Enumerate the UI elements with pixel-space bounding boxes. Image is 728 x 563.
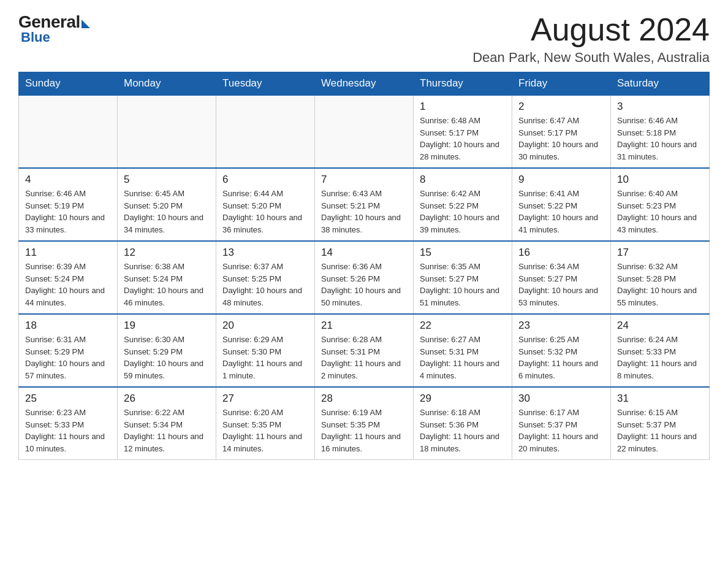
- day-number: 8: [420, 174, 506, 186]
- day-info: Sunrise: 6:20 AMSunset: 5:35 PMDaylight:…: [222, 407, 308, 454]
- day-info: Sunrise: 6:17 AMSunset: 5:37 PMDaylight:…: [518, 407, 604, 454]
- day-number: 12: [124, 247, 210, 259]
- day-number: 10: [617, 174, 703, 186]
- calendar-cell: 28Sunrise: 6:19 AMSunset: 5:35 PMDayligh…: [315, 387, 414, 460]
- day-info: Sunrise: 6:31 AMSunset: 5:29 PMDaylight:…: [25, 334, 111, 381]
- calendar-cell: 6Sunrise: 6:44 AMSunset: 5:20 PMDaylight…: [216, 168, 315, 241]
- calendar-cell: 27Sunrise: 6:20 AMSunset: 5:35 PMDayligh…: [216, 387, 315, 460]
- calendar-cell: 14Sunrise: 6:36 AMSunset: 5:26 PMDayligh…: [315, 241, 414, 314]
- calendar-cell: 18Sunrise: 6:31 AMSunset: 5:29 PMDayligh…: [19, 314, 118, 387]
- day-info: Sunrise: 6:22 AMSunset: 5:34 PMDaylight:…: [124, 407, 210, 454]
- calendar-cell: 3Sunrise: 6:46 AMSunset: 5:18 PMDaylight…: [611, 95, 710, 168]
- calendar-week-row-5: 25Sunrise: 6:23 AMSunset: 5:33 PMDayligh…: [19, 387, 710, 460]
- logo: General Blue: [18, 12, 90, 45]
- calendar-week-row-4: 18Sunrise: 6:31 AMSunset: 5:29 PMDayligh…: [19, 314, 710, 387]
- day-number: 26: [124, 393, 210, 405]
- calendar-cell: 22Sunrise: 6:27 AMSunset: 5:31 PMDayligh…: [414, 314, 512, 387]
- day-number: 17: [617, 247, 703, 259]
- calendar-cell: 13Sunrise: 6:37 AMSunset: 5:25 PMDayligh…: [216, 241, 315, 314]
- calendar-cell: 8Sunrise: 6:42 AMSunset: 5:22 PMDaylight…: [414, 168, 512, 241]
- day-info: Sunrise: 6:29 AMSunset: 5:30 PMDaylight:…: [222, 334, 308, 381]
- day-info: Sunrise: 6:18 AMSunset: 5:36 PMDaylight:…: [420, 407, 506, 454]
- calendar-cell: [118, 95, 216, 168]
- day-number: 23: [518, 320, 604, 332]
- calendar-cell: 15Sunrise: 6:35 AMSunset: 5:27 PMDayligh…: [414, 241, 512, 314]
- day-info: Sunrise: 6:46 AMSunset: 5:19 PMDaylight:…: [25, 188, 111, 236]
- day-number: 13: [222, 247, 308, 259]
- calendar-header-tuesday: Tuesday: [216, 72, 315, 96]
- calendar-cell: 17Sunrise: 6:32 AMSunset: 5:28 PMDayligh…: [611, 241, 710, 314]
- calendar-cell: 25Sunrise: 6:23 AMSunset: 5:33 PMDayligh…: [19, 387, 118, 460]
- day-info: Sunrise: 6:47 AMSunset: 5:17 PMDaylight:…: [518, 115, 604, 163]
- calendar-cell: 31Sunrise: 6:15 AMSunset: 5:37 PMDayligh…: [611, 387, 710, 460]
- calendar-header-friday: Friday: [512, 72, 611, 96]
- day-number: 31: [617, 393, 703, 405]
- day-number: 7: [321, 174, 407, 186]
- calendar-cell: 1Sunrise: 6:48 AMSunset: 5:17 PMDaylight…: [414, 95, 512, 168]
- calendar-week-row-2: 4Sunrise: 6:46 AMSunset: 5:19 PMDaylight…: [19, 168, 710, 241]
- day-info: Sunrise: 6:35 AMSunset: 5:27 PMDaylight:…: [420, 261, 506, 308]
- day-info: Sunrise: 6:48 AMSunset: 5:17 PMDaylight:…: [420, 115, 506, 163]
- calendar-cell: 9Sunrise: 6:41 AMSunset: 5:22 PMDaylight…: [512, 168, 611, 241]
- day-info: Sunrise: 6:36 AMSunset: 5:26 PMDaylight:…: [321, 261, 407, 308]
- calendar-header-row: SundayMondayTuesdayWednesdayThursdayFrid…: [19, 72, 710, 96]
- month-title: August 2024: [472, 12, 710, 47]
- day-number: 22: [420, 320, 506, 332]
- day-number: 15: [420, 247, 506, 259]
- day-info: Sunrise: 6:23 AMSunset: 5:33 PMDaylight:…: [25, 407, 111, 454]
- calendar-cell: 20Sunrise: 6:29 AMSunset: 5:30 PMDayligh…: [216, 314, 315, 387]
- day-number: 21: [321, 320, 407, 332]
- calendar-cell: 11Sunrise: 6:39 AMSunset: 5:24 PMDayligh…: [19, 241, 118, 314]
- day-info: Sunrise: 6:42 AMSunset: 5:22 PMDaylight:…: [420, 188, 506, 236]
- day-info: Sunrise: 6:27 AMSunset: 5:31 PMDaylight:…: [420, 334, 506, 381]
- day-number: 18: [25, 320, 111, 332]
- day-number: 14: [321, 247, 407, 259]
- day-number: 5: [124, 174, 210, 186]
- calendar-header-sunday: Sunday: [19, 72, 118, 96]
- calendar-cell: 24Sunrise: 6:24 AMSunset: 5:33 PMDayligh…: [611, 314, 710, 387]
- calendar-cell: 12Sunrise: 6:38 AMSunset: 5:24 PMDayligh…: [118, 241, 216, 314]
- calendar-cell: 26Sunrise: 6:22 AMSunset: 5:34 PMDayligh…: [118, 387, 216, 460]
- calendar-cell: 16Sunrise: 6:34 AMSunset: 5:27 PMDayligh…: [512, 241, 611, 314]
- title-area: August 2024 Dean Park, New South Wales, …: [472, 12, 710, 66]
- day-info: Sunrise: 6:34 AMSunset: 5:27 PMDaylight:…: [518, 261, 604, 308]
- calendar-cell: 7Sunrise: 6:43 AMSunset: 5:21 PMDaylight…: [315, 168, 414, 241]
- day-info: Sunrise: 6:39 AMSunset: 5:24 PMDaylight:…: [25, 261, 111, 308]
- header: General Blue August 2024 Dean Park, New …: [18, 12, 710, 66]
- location-title: Dean Park, New South Wales, Australia: [472, 50, 710, 66]
- day-info: Sunrise: 6:24 AMSunset: 5:33 PMDaylight:…: [617, 334, 703, 381]
- day-number: 24: [617, 320, 703, 332]
- calendar-cell: 2Sunrise: 6:47 AMSunset: 5:17 PMDaylight…: [512, 95, 611, 168]
- day-number: 16: [518, 247, 604, 259]
- calendar-cell: [19, 95, 118, 168]
- calendar-cell: [216, 95, 315, 168]
- calendar-cell: 19Sunrise: 6:30 AMSunset: 5:29 PMDayligh…: [118, 314, 216, 387]
- day-number: 11: [25, 247, 111, 259]
- day-number: 2: [518, 101, 604, 113]
- day-number: 28: [321, 393, 407, 405]
- calendar-header-monday: Monday: [118, 72, 216, 96]
- calendar-cell: 10Sunrise: 6:40 AMSunset: 5:23 PMDayligh…: [611, 168, 710, 241]
- day-number: 3: [617, 101, 703, 113]
- day-info: Sunrise: 6:30 AMSunset: 5:29 PMDaylight:…: [124, 334, 210, 381]
- day-number: 1: [420, 101, 506, 113]
- day-info: Sunrise: 6:32 AMSunset: 5:28 PMDaylight:…: [617, 261, 703, 308]
- calendar-cell: [315, 95, 414, 168]
- day-number: 20: [222, 320, 308, 332]
- calendar-cell: 30Sunrise: 6:17 AMSunset: 5:37 PMDayligh…: [512, 387, 611, 460]
- calendar-cell: 5Sunrise: 6:45 AMSunset: 5:20 PMDaylight…: [118, 168, 216, 241]
- calendar-cell: 23Sunrise: 6:25 AMSunset: 5:32 PMDayligh…: [512, 314, 611, 387]
- calendar-header-thursday: Thursday: [414, 72, 512, 96]
- calendar-week-row-1: 1Sunrise: 6:48 AMSunset: 5:17 PMDaylight…: [19, 95, 710, 168]
- day-number: 4: [25, 174, 111, 186]
- day-info: Sunrise: 6:40 AMSunset: 5:23 PMDaylight:…: [617, 188, 703, 236]
- day-number: 27: [222, 393, 308, 405]
- day-info: Sunrise: 6:41 AMSunset: 5:22 PMDaylight:…: [518, 188, 604, 236]
- day-number: 9: [518, 174, 604, 186]
- calendar-cell: 4Sunrise: 6:46 AMSunset: 5:19 PMDaylight…: [19, 168, 118, 241]
- logo-triangle-icon: [82, 20, 90, 28]
- calendar-header-saturday: Saturday: [611, 72, 710, 96]
- calendar-header-wednesday: Wednesday: [315, 72, 414, 96]
- day-info: Sunrise: 6:38 AMSunset: 5:24 PMDaylight:…: [124, 261, 210, 308]
- calendar-week-row-3: 11Sunrise: 6:39 AMSunset: 5:24 PMDayligh…: [19, 241, 710, 314]
